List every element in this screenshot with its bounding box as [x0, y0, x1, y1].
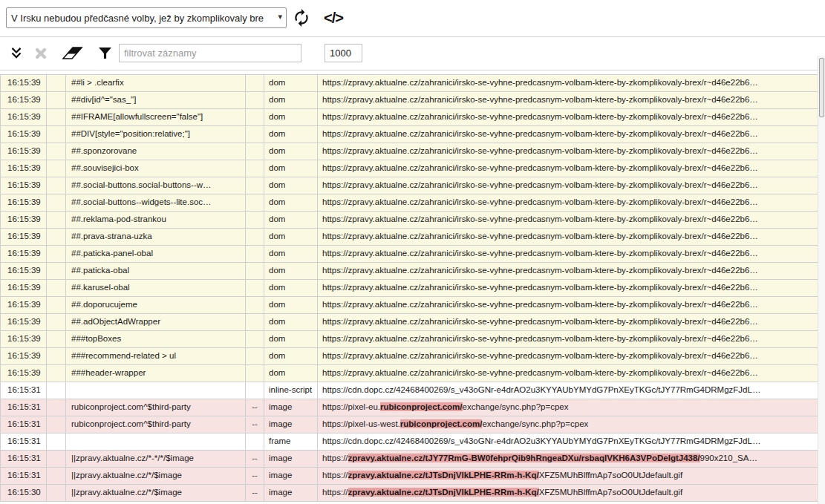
url-text: https://zpravy.aktualne.cz/zahranici/irs… — [322, 163, 758, 172]
scroll-to-bottom-button[interactable] — [9, 45, 25, 61]
header-bar: V Irsku nebudou předčasné volby, jež by … — [0, 0, 825, 37]
row-request-type: dom — [264, 143, 318, 160]
table-row[interactable]: 16:15:39 ##.sponzorovane dom https://zpr… — [1, 143, 818, 160]
row-request-type: dom — [264, 263, 318, 279]
refresh-button[interactable] — [291, 8, 312, 29]
row-filter-rule: ##DIV[style="position:relative;"] — [66, 126, 246, 143]
row-time: 16:15:39 — [1, 365, 47, 382]
table-row[interactable]: 16:15:39 ##.reklama-pod-strankou dom htt… — [1, 212, 818, 229]
open-source-code-button[interactable]: </> — [320, 7, 347, 29]
row-url: https://cdn.dopc.cz/42468400269/s_v43oGN… — [318, 433, 818, 450]
table-row[interactable]: 16:15:39 ##.adObjectAdWrapper dom https:… — [1, 314, 818, 331]
row-filter-rule: ##.doporucujeme — [66, 297, 246, 313]
row-request-type: image — [264, 451, 318, 467]
table-row[interactable]: 16:15:31 ||zpravy.aktualne.cz/*/$image -… — [1, 468, 818, 485]
row-url: https://zpravy.aktualne.cz/zahranici/irs… — [318, 75, 818, 91]
row-filter-rule: ##li > .clearfix — [66, 75, 246, 91]
table-row[interactable]: 16:15:39 ###header-wrapper dom https://z… — [1, 365, 818, 382]
row-url: https://zpravy.aktualne.cz/zahranici/irs… — [318, 177, 818, 194]
row-time: 16:15:39 — [1, 75, 47, 91]
row-dash-cell: -- — [246, 399, 264, 416]
row-time: 16:15:39 — [1, 331, 47, 347]
page-select[interactable]: V Irsku nebudou předčasné volby, jež by … — [6, 7, 287, 28]
table-row[interactable]: 16:15:39 ##.souvisejici-box dom https://… — [1, 160, 818, 177]
table-row[interactable]: 16:15:39 ##IFRAME[allowfullscreen="false… — [1, 109, 818, 126]
row-url: https://zpravy.aktualne.cz/zahranici/irs… — [318, 143, 818, 160]
row-url: https://zpravy.aktualne.cz/zahranici/irs… — [318, 263, 818, 279]
table-row[interactable]: 16:15:31 frame https://cdn.dopc.cz/42468… — [1, 433, 818, 451]
url-text: https://zpravy.aktualne.cz/zahranici/irs… — [322, 317, 758, 326]
url-text: https://cdn.dopc.cz/42468400269/s_v43oGN… — [322, 385, 760, 394]
row-dash-cell: -- — [246, 468, 264, 484]
table-row[interactable]: 16:15:39 ##.paticka-obal dom https://zpr… — [1, 263, 818, 280]
row-url: https://zpravy.aktualne.cz/zahranici/irs… — [318, 314, 818, 330]
row-filter-rule: ||zpravy.aktualne.cz/*/$image — [66, 485, 246, 501]
row-time: 16:15:39 — [1, 246, 47, 262]
row-spacer-cell — [47, 314, 66, 330]
table-row[interactable]: 16:15:39 ##.karusel-obal dom https://zpr… — [1, 280, 818, 297]
row-request-type: dom — [264, 348, 318, 364]
funnel-icon — [98, 46, 114, 60]
row-time: 16:15:39 — [1, 212, 47, 228]
eraser-icon — [61, 45, 85, 61]
table-row[interactable]: 16:15:39 ##.social-buttons--widgets--lit… — [1, 194, 818, 212]
row-dash-cell — [246, 143, 264, 160]
url-text: https://zpravy.aktualne.cz/zahranici/irs… — [322, 197, 758, 206]
table-row[interactable]: 16:15:31 ||zpravy.aktualne.cz/*-*/*/$ima… — [1, 451, 818, 468]
table-row[interactable]: 16:15:39 ##.prava-strana-uzka dom https:… — [1, 229, 818, 246]
row-time: 16:15:39 — [1, 280, 47, 296]
table-row[interactable]: 16:15:39 ##.doporucujeme dom https://zpr… — [1, 297, 818, 314]
row-request-type: dom — [264, 160, 318, 177]
filter-options-button[interactable] — [98, 45, 114, 61]
row-time: 16:15:39 — [1, 126, 47, 143]
table-row[interactable]: 16:15:31 rubiconproject.com^$third-party… — [1, 416, 818, 433]
row-request-type: dom — [264, 75, 318, 91]
url-text: https://zpravy.aktualne.cz/zahranici/irs… — [322, 180, 758, 189]
row-dash-cell: -- — [246, 485, 264, 501]
table-row[interactable]: 16:15:39 ###recommend-related > ul dom h… — [1, 348, 818, 365]
row-dash-cell — [246, 365, 264, 382]
row-time: 16:15:39 — [1, 92, 47, 108]
url-text: https://zpravy.aktualne.cz/zahranici/irs… — [322, 351, 758, 360]
row-dash-cell — [246, 194, 264, 211]
url-text-tail: 990x210_SA… — [700, 454, 757, 462]
row-dash-cell — [246, 331, 264, 347]
clear-filter-button[interactable] — [34, 45, 50, 62]
vertical-scrollbar[interactable] — [818, 56, 825, 504]
row-time: 16:15:30 — [1, 485, 47, 501]
table-row[interactable]: 16:15:31 inline-script https://cdn.dopc.… — [1, 382, 818, 399]
row-filter-rule: rubiconproject.com^$third-party — [66, 416, 246, 433]
row-url: https://zpravy.aktualne.cz/zahranici/irs… — [318, 92, 818, 108]
table-row[interactable]: 16:15:31 rubiconproject.com^$third-party… — [1, 399, 818, 416]
table-row[interactable]: 16:15:30 ||zpravy.aktualne.cz/*/$image -… — [1, 485, 818, 502]
page-select-wrap: V Irsku nebudou předčasné volby, jež by … — [6, 7, 287, 28]
scrollbar-thumb[interactable] — [819, 58, 824, 117]
row-spacer-cell — [47, 485, 66, 501]
table-row[interactable]: 16:15:39 ##DIV[style="position:relative;… — [1, 126, 818, 143]
row-dash-cell: -- — [246, 451, 264, 467]
row-url: https://zpravy.aktualne.cz/zahranici/irs… — [318, 280, 818, 296]
table-row[interactable]: 16:15:39 ##.paticka-panel-obal dom https… — [1, 246, 818, 263]
url-text: https://zpravy.aktualne.cz/zahranici/irs… — [322, 146, 758, 155]
row-url: https://pixel-eu.rubiconproject.com/exch… — [318, 399, 818, 416]
row-dash-cell — [246, 246, 264, 262]
row-request-type: dom — [264, 92, 318, 108]
table-row[interactable]: 16:15:39 ###topBoxes dom https://zpravy.… — [1, 331, 818, 348]
row-request-type: dom — [264, 212, 318, 228]
table-row[interactable]: 16:15:39 ##li > .clearfix dom https://zp… — [1, 75, 818, 92]
row-filter-rule: ##.social-buttons.social-buttons--w… — [66, 177, 246, 194]
filter-records-input[interactable] — [119, 44, 301, 62]
row-request-type: dom — [264, 280, 318, 296]
table-row[interactable]: 16:15:39 ##div[id^="sas_"] dom https://z… — [1, 92, 818, 109]
records-limit-input[interactable] — [325, 44, 362, 62]
table-row[interactable]: 16:15:39 ##.social-buttons.social-button… — [1, 177, 818, 194]
row-request-type: dom — [264, 331, 318, 347]
row-spacer-cell — [47, 433, 66, 450]
row-request-type: inline-script — [264, 382, 318, 399]
row-time: 16:15:39 — [1, 263, 47, 279]
clear-log-button[interactable] — [61, 45, 85, 61]
row-url: https://zpravy.aktualne.cz/tJY77RmG-BW0f… — [318, 451, 818, 467]
row-request-type: dom — [264, 194, 318, 211]
row-request-type: image — [264, 399, 318, 416]
row-dash-cell — [246, 109, 264, 125]
